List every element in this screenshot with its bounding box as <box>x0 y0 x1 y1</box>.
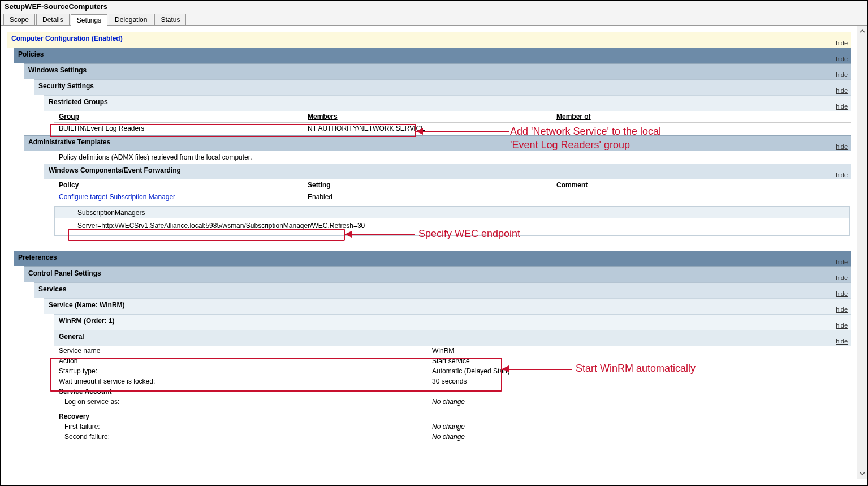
section-winrm-order[interactable]: WinRM (Order: 1) hide <box>54 314 851 330</box>
chevron-up-icon <box>860 28 865 34</box>
col-policy: Policy <box>59 181 308 189</box>
sub-header: SubscriptionManagers <box>77 209 145 217</box>
tab-details[interactable]: Details <box>36 14 70 25</box>
section-win-components[interactable]: Windows Components/Event Forwarding hide <box>44 164 851 179</box>
tab-scope[interactable]: Scope <box>3 14 35 25</box>
section-label: Control Panel Settings <box>28 269 101 277</box>
prop-value: WinRM <box>432 347 851 355</box>
cell-policy-link[interactable]: Configure target Subscription Manager <box>59 193 308 201</box>
section-policies[interactable]: Policies hide <box>14 48 851 63</box>
restricted-table: Group Members Member of BUILTIN\Event Lo… <box>54 111 851 134</box>
section-restricted-groups[interactable]: Restricted Groups hide <box>44 95 851 111</box>
scroll-up-button[interactable] <box>857 26 867 36</box>
hide-link[interactable]: hide <box>836 143 848 150</box>
prop-value: No change <box>432 423 851 431</box>
prop-label: Log on service as: <box>59 398 432 406</box>
policy-table: Policy Setting Comment Configure target … <box>54 179 851 203</box>
cell-memberof <box>556 124 851 132</box>
hide-link[interactable]: hide <box>836 306 848 313</box>
tab-status[interactable]: Status <box>154 14 186 25</box>
section-label: Preferences <box>18 253 57 261</box>
col-members: Members <box>308 113 556 121</box>
hide-link[interactable]: hide <box>836 171 848 178</box>
section-label: WinRM (Order: 1) <box>59 317 115 325</box>
section-computer-config[interactable]: Computer Configuration (Enabled) hide <box>7 32 851 48</box>
prop-label: Wait timeout if service is locked: <box>59 377 432 385</box>
section-control-panel[interactable]: Control Panel Settings hide <box>24 266 851 282</box>
col-comment: Comment <box>556 181 851 189</box>
prop-section: Recovery <box>59 412 432 420</box>
hide-link[interactable]: hide <box>836 274 848 281</box>
hide-link[interactable]: hide <box>836 290 848 297</box>
section-service-winrm[interactable]: Service (Name: WinRM) hide <box>44 298 851 314</box>
prop-value: Start service <box>432 357 851 365</box>
scroll-down-button[interactable] <box>857 468 867 479</box>
general-props: Service nameWinRM ActionStart service St… <box>54 346 851 442</box>
prop-label: Startup type: <box>59 367 432 375</box>
prop-value: No change <box>432 433 851 441</box>
tab-settings[interactable]: Settings <box>71 14 107 26</box>
section-label: Windows Components/Event Forwarding <box>49 166 181 174</box>
section-label: General <box>59 333 84 341</box>
window-title: SetupWEF-SourceComputers <box>1 1 867 12</box>
hide-link[interactable]: hide <box>836 338 848 345</box>
report-content: Computer Configuration (Enabled) hide Po… <box>1 26 867 479</box>
gpo-report-window: SetupWEF-SourceComputers Scope Details S… <box>0 0 868 486</box>
cell-members: NT AUTHORITY\NETWORK SERVICE <box>308 124 556 132</box>
prop-value: No change <box>432 398 851 406</box>
tab-strip: Scope Details Settings Delegation Status <box>1 12 867 26</box>
col-group: Group <box>59 113 308 121</box>
section-label: Policies <box>18 50 44 58</box>
vertical-scrollbar[interactable] <box>857 26 867 479</box>
hide-link[interactable]: hide <box>836 87 848 94</box>
section-label: Computer Configuration (Enabled) <box>11 35 123 42</box>
cell-setting: Enabled <box>308 193 556 201</box>
hide-link[interactable]: hide <box>836 322 848 329</box>
col-setting: Setting <box>308 181 556 189</box>
prop-label: Service name <box>59 347 432 355</box>
prop-label: Second failure: <box>59 433 432 441</box>
prop-label: First failure: <box>59 423 432 431</box>
hide-link[interactable]: hide <box>836 55 848 62</box>
cell-group: BUILTIN\Event Log Readers <box>59 124 308 132</box>
section-admin-templates[interactable]: Administrative Templates hide <box>24 135 851 151</box>
section-services[interactable]: Services hide <box>34 282 851 298</box>
hide-link[interactable]: hide <box>836 71 848 78</box>
hide-link[interactable]: hide <box>836 103 848 110</box>
prop-value: Automatic (Delayed Start) <box>432 367 851 375</box>
chevron-down-icon <box>860 471 865 476</box>
prop-value: 30 seconds <box>432 377 851 385</box>
prop-section: Service Account <box>59 388 432 395</box>
admx-note: Policy definitions (ADMX files) retrieve… <box>54 151 851 164</box>
section-preferences[interactable]: Preferences hide <box>14 251 851 266</box>
hide-link[interactable]: hide <box>836 259 848 265</box>
cell-comment <box>556 193 851 201</box>
section-label: Administrative Templates <box>28 138 110 146</box>
section-label: Service (Name: WinRM) <box>49 301 125 309</box>
section-windows-settings[interactable]: Windows Settings hide <box>24 63 851 79</box>
tab-delegation[interactable]: Delegation <box>109 14 153 25</box>
section-label: Security Settings <box>38 82 94 90</box>
subscription-box: SubscriptionManagers Server=http://WECSr… <box>54 206 850 236</box>
section-security-settings[interactable]: Security Settings hide <box>34 79 851 95</box>
section-label: Windows Settings <box>28 66 87 74</box>
report-tree: Computer Configuration (Enabled) hide Po… <box>1 26 857 479</box>
section-label: Services <box>38 285 66 293</box>
section-general[interactable]: General hide <box>54 330 851 346</box>
prop-label: Action <box>59 357 432 365</box>
hide-link[interactable]: hide <box>836 40 848 46</box>
section-label: Restricted Groups <box>49 98 108 106</box>
sub-value: Server=http://WECSrv1.SafeAlliance.local… <box>77 222 365 230</box>
col-memberof: Member of <box>556 113 851 121</box>
